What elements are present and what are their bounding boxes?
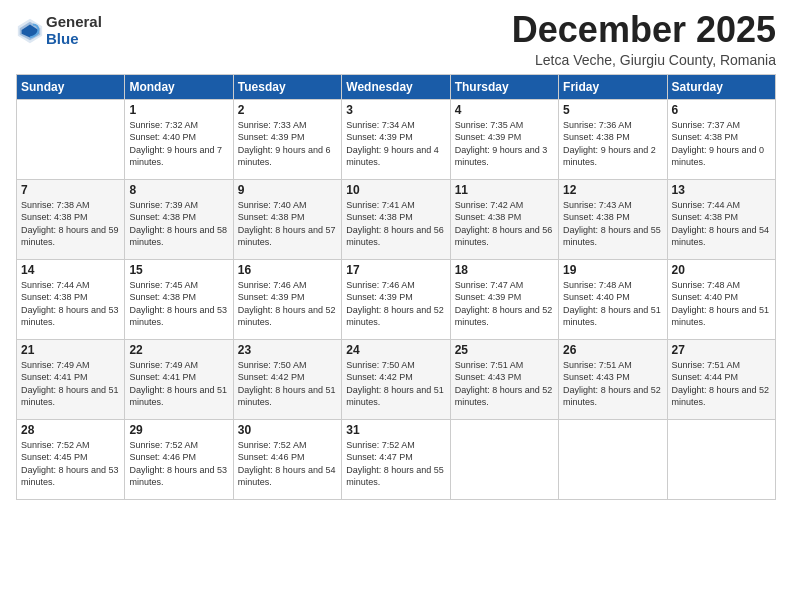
day-number: 23: [238, 343, 337, 357]
day-info: Sunrise: 7:45 AMSunset: 4:38 PMDaylight:…: [129, 279, 228, 329]
day-info: Sunrise: 7:52 AMSunset: 4:46 PMDaylight:…: [238, 439, 337, 489]
day-number: 27: [672, 343, 771, 357]
calendar-cell: 1Sunrise: 7:32 AMSunset: 4:40 PMDaylight…: [125, 99, 233, 179]
day-number: 21: [21, 343, 120, 357]
calendar-cell: 29Sunrise: 7:52 AMSunset: 4:46 PMDayligh…: [125, 419, 233, 499]
day-info: Sunrise: 7:52 AMSunset: 4:45 PMDaylight:…: [21, 439, 120, 489]
day-number: 14: [21, 263, 120, 277]
calendar-cell: 7Sunrise: 7:38 AMSunset: 4:38 PMDaylight…: [17, 179, 125, 259]
day-info: Sunrise: 7:33 AMSunset: 4:39 PMDaylight:…: [238, 119, 337, 169]
day-number: 7: [21, 183, 120, 197]
calendar-cell: 17Sunrise: 7:46 AMSunset: 4:39 PMDayligh…: [342, 259, 450, 339]
month-title: December 2025: [512, 10, 776, 50]
day-info: Sunrise: 7:38 AMSunset: 4:38 PMDaylight:…: [21, 199, 120, 249]
day-number: 3: [346, 103, 445, 117]
col-sunday: Sunday: [17, 74, 125, 99]
day-info: Sunrise: 7:51 AMSunset: 4:43 PMDaylight:…: [563, 359, 662, 409]
day-number: 6: [672, 103, 771, 117]
day-number: 18: [455, 263, 554, 277]
day-info: Sunrise: 7:42 AMSunset: 4:38 PMDaylight:…: [455, 199, 554, 249]
calendar-cell: 10Sunrise: 7:41 AMSunset: 4:38 PMDayligh…: [342, 179, 450, 259]
calendar-cell: 12Sunrise: 7:43 AMSunset: 4:38 PMDayligh…: [559, 179, 667, 259]
calendar-cell: 6Sunrise: 7:37 AMSunset: 4:38 PMDaylight…: [667, 99, 775, 179]
calendar-cell: [17, 99, 125, 179]
day-info: Sunrise: 7:48 AMSunset: 4:40 PMDaylight:…: [672, 279, 771, 329]
calendar-cell: 8Sunrise: 7:39 AMSunset: 4:38 PMDaylight…: [125, 179, 233, 259]
day-number: 31: [346, 423, 445, 437]
calendar-cell: 4Sunrise: 7:35 AMSunset: 4:39 PMDaylight…: [450, 99, 558, 179]
day-info: Sunrise: 7:41 AMSunset: 4:38 PMDaylight:…: [346, 199, 445, 249]
col-wednesday: Wednesday: [342, 74, 450, 99]
day-number: 4: [455, 103, 554, 117]
day-number: 26: [563, 343, 662, 357]
day-info: Sunrise: 7:47 AMSunset: 4:39 PMDaylight:…: [455, 279, 554, 329]
col-friday: Friday: [559, 74, 667, 99]
calendar-cell: [450, 419, 558, 499]
logo-blue: Blue: [46, 30, 79, 47]
calendar-cell: 21Sunrise: 7:49 AMSunset: 4:41 PMDayligh…: [17, 339, 125, 419]
day-number: 16: [238, 263, 337, 277]
day-info: Sunrise: 7:50 AMSunset: 4:42 PMDaylight:…: [238, 359, 337, 409]
calendar-cell: 5Sunrise: 7:36 AMSunset: 4:38 PMDaylight…: [559, 99, 667, 179]
calendar-cell: 23Sunrise: 7:50 AMSunset: 4:42 PMDayligh…: [233, 339, 341, 419]
week-row-1: 1Sunrise: 7:32 AMSunset: 4:40 PMDaylight…: [17, 99, 776, 179]
calendar-cell: 26Sunrise: 7:51 AMSunset: 4:43 PMDayligh…: [559, 339, 667, 419]
day-info: Sunrise: 7:39 AMSunset: 4:38 PMDaylight:…: [129, 199, 228, 249]
day-number: 12: [563, 183, 662, 197]
calendar-cell: 9Sunrise: 7:40 AMSunset: 4:38 PMDaylight…: [233, 179, 341, 259]
calendar-cell: 31Sunrise: 7:52 AMSunset: 4:47 PMDayligh…: [342, 419, 450, 499]
calendar-cell: 24Sunrise: 7:50 AMSunset: 4:42 PMDayligh…: [342, 339, 450, 419]
calendar-header: Sunday Monday Tuesday Wednesday Thursday…: [17, 74, 776, 99]
day-info: Sunrise: 7:36 AMSunset: 4:38 PMDaylight:…: [563, 119, 662, 169]
day-number: 30: [238, 423, 337, 437]
day-number: 28: [21, 423, 120, 437]
day-info: Sunrise: 7:37 AMSunset: 4:38 PMDaylight:…: [672, 119, 771, 169]
day-number: 15: [129, 263, 228, 277]
day-info: Sunrise: 7:49 AMSunset: 4:41 PMDaylight:…: [129, 359, 228, 409]
day-number: 24: [346, 343, 445, 357]
location-subtitle: Letca Veche, Giurgiu County, Romania: [512, 52, 776, 68]
calendar-body: 1Sunrise: 7:32 AMSunset: 4:40 PMDaylight…: [17, 99, 776, 499]
logo-icon: [16, 17, 44, 45]
calendar-cell: 15Sunrise: 7:45 AMSunset: 4:38 PMDayligh…: [125, 259, 233, 339]
week-row-4: 21Sunrise: 7:49 AMSunset: 4:41 PMDayligh…: [17, 339, 776, 419]
calendar-cell: 27Sunrise: 7:51 AMSunset: 4:44 PMDayligh…: [667, 339, 775, 419]
day-number: 22: [129, 343, 228, 357]
day-number: 1: [129, 103, 228, 117]
calendar-cell: 14Sunrise: 7:44 AMSunset: 4:38 PMDayligh…: [17, 259, 125, 339]
day-info: Sunrise: 7:35 AMSunset: 4:39 PMDaylight:…: [455, 119, 554, 169]
calendar-cell: [667, 419, 775, 499]
calendar-cell: 19Sunrise: 7:48 AMSunset: 4:40 PMDayligh…: [559, 259, 667, 339]
day-info: Sunrise: 7:52 AMSunset: 4:47 PMDaylight:…: [346, 439, 445, 489]
calendar-cell: 3Sunrise: 7:34 AMSunset: 4:39 PMDaylight…: [342, 99, 450, 179]
logo: General Blue: [16, 14, 102, 47]
col-tuesday: Tuesday: [233, 74, 341, 99]
day-info: Sunrise: 7:44 AMSunset: 4:38 PMDaylight:…: [21, 279, 120, 329]
day-number: 9: [238, 183, 337, 197]
day-number: 11: [455, 183, 554, 197]
day-info: Sunrise: 7:51 AMSunset: 4:43 PMDaylight:…: [455, 359, 554, 409]
day-number: 8: [129, 183, 228, 197]
day-info: Sunrise: 7:44 AMSunset: 4:38 PMDaylight:…: [672, 199, 771, 249]
day-number: 2: [238, 103, 337, 117]
day-info: Sunrise: 7:49 AMSunset: 4:41 PMDaylight:…: [21, 359, 120, 409]
day-info: Sunrise: 7:48 AMSunset: 4:40 PMDaylight:…: [563, 279, 662, 329]
day-number: 5: [563, 103, 662, 117]
day-info: Sunrise: 7:32 AMSunset: 4:40 PMDaylight:…: [129, 119, 228, 169]
day-info: Sunrise: 7:50 AMSunset: 4:42 PMDaylight:…: [346, 359, 445, 409]
calendar-cell: 2Sunrise: 7:33 AMSunset: 4:39 PMDaylight…: [233, 99, 341, 179]
col-monday: Monday: [125, 74, 233, 99]
day-info: Sunrise: 7:43 AMSunset: 4:38 PMDaylight:…: [563, 199, 662, 249]
logo-text: General Blue: [46, 14, 102, 47]
day-number: 13: [672, 183, 771, 197]
calendar-cell: 16Sunrise: 7:46 AMSunset: 4:39 PMDayligh…: [233, 259, 341, 339]
calendar-cell: 22Sunrise: 7:49 AMSunset: 4:41 PMDayligh…: [125, 339, 233, 419]
day-number: 20: [672, 263, 771, 277]
day-info: Sunrise: 7:46 AMSunset: 4:39 PMDaylight:…: [346, 279, 445, 329]
calendar-cell: 28Sunrise: 7:52 AMSunset: 4:45 PMDayligh…: [17, 419, 125, 499]
logo-general: General: [46, 13, 102, 30]
day-number: 19: [563, 263, 662, 277]
calendar-cell: 30Sunrise: 7:52 AMSunset: 4:46 PMDayligh…: [233, 419, 341, 499]
col-thursday: Thursday: [450, 74, 558, 99]
title-section: December 2025 Letca Veche, Giurgiu Count…: [512, 10, 776, 68]
